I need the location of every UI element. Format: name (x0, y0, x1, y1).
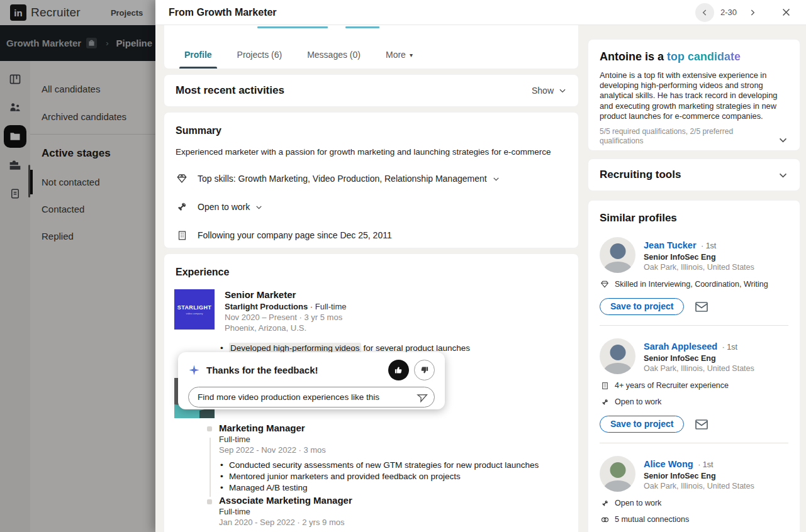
show-activities-toggle[interactable]: Show (532, 86, 567, 96)
timeline-dot (207, 499, 212, 504)
company-follow-row: Following your company page since Dec 25… (176, 229, 567, 241)
feedback-message: Thanks for the feedback! (206, 365, 318, 375)
profile-headline: Senior InfoSec Eng (644, 354, 754, 363)
avatar[interactable] (600, 237, 635, 273)
send-icon[interactable] (416, 391, 427, 402)
profile-location: Oak Park, Illinois, United States (644, 263, 754, 272)
top-candidate-title: Antoine is a top candidate (600, 50, 788, 64)
thumbs-down-button[interactable] (414, 360, 435, 380)
job-title: Associate Marketing Manager (219, 495, 376, 506)
similar-profile: Sarah Appleseed · 1st Senior InfoSec Eng… (600, 338, 788, 374)
profile-headline: Senior InfoSec Eng (644, 253, 754, 262)
job-dates: Jan 2020 - Sep 2022 · 2 yrs 9 mos (219, 518, 376, 527)
building-icon (600, 380, 610, 391)
summary-title: Summary (176, 125, 567, 136)
profile-attribute: Open to work (600, 397, 788, 407)
similar-profiles-card: Similar profiles Jean Tucker · 1st Senio… (588, 200, 800, 532)
similar-profiles-title: Similar profiles (600, 212, 788, 224)
experience-title: Experience (176, 267, 567, 278)
top-skills-row[interactable]: Top skills: Growth Marketing, Video Prod… (176, 172, 567, 185)
tab-profile[interactable]: Profile (183, 50, 213, 69)
open-to-work-row[interactable]: Open to work (176, 201, 567, 213)
job-dates: Nov 2020 – Present · 3 yr 5 mos (225, 313, 347, 322)
divider (600, 325, 788, 326)
open-to-work-icon (176, 201, 188, 213)
chevron-down-icon[interactable] (778, 170, 788, 180)
job-bullet: Mentored junior marketers and provided f… (219, 472, 539, 481)
message-envelope-icon[interactable] (694, 299, 709, 314)
summary-text: Experienced marketer with a passion for … (176, 147, 567, 157)
job-company: Starlight Productions (225, 302, 308, 311)
summary-card: Summary Experienced marketer with a pass… (164, 112, 579, 248)
save-to-project-button[interactable]: Save to project (600, 416, 684, 433)
connection-degree: · 1st (722, 343, 737, 352)
profile-attribute: Open to work (600, 498, 788, 508)
similar-profile: Alice Wong · 1st Senior InfoSec Eng Oak … (600, 456, 788, 492)
profile-tabs-card: Profile Projects (6) Messages (0) More ▾ (164, 25, 579, 69)
clipped-button-edge (345, 26, 379, 28)
open-to-work-icon (600, 397, 610, 407)
profile-name-link[interactable]: Jean Tucker (644, 240, 697, 250)
job-title: Marketing Manager (219, 423, 539, 433)
job-bullet: Conducted security assessments of new GT… (219, 460, 539, 470)
profile-headline: Senior InfoSec Eng (644, 472, 754, 480)
job-employment-type: Full-time (219, 435, 539, 444)
ai-search-input[interactable] (188, 387, 435, 407)
qualifications-text: 5/5 required qualifications, 2/5 preferr… (600, 127, 763, 145)
starlight-company-logo: STARLIGHT video company (174, 289, 215, 330)
thumbs-up-button[interactable] (388, 360, 409, 380)
job-employment-type: Full-time (308, 302, 346, 311)
recent-activities-title: Most recent activities (176, 84, 284, 97)
pagination-label: 2-30 (720, 8, 737, 17)
job-title: Senior Marketer (225, 289, 347, 300)
modal-dim-overlay (0, 0, 155, 532)
divider (600, 443, 788, 443)
chevron-down-icon[interactable] (778, 135, 788, 145)
avatar[interactable] (600, 456, 635, 492)
job-employment-type: Full-time (219, 507, 376, 516)
top-candidate-gradient-text: top candidate (667, 50, 741, 63)
diamond-icon (600, 279, 610, 289)
app: in Recruiter Projects Growth Marketer › … (0, 0, 806, 532)
panel-content: Profile Projects (6) Messages (0) More ▾… (155, 25, 806, 532)
top-candidate-card: Antoine is a top candidate Antoine is a … (588, 39, 800, 151)
profile-location: Oak Park, Illinois, United States (644, 364, 754, 373)
close-icon[interactable] (776, 3, 796, 23)
tab-more[interactable]: More ▾ (384, 50, 414, 69)
building-icon (176, 229, 188, 241)
diamond-icon (176, 172, 188, 185)
recruiting-tools-title: Recruiting tools (600, 169, 681, 181)
top-candidate-summary: Antoine is a top fit with extensive expe… (600, 70, 788, 121)
job-bullet: Managed A/B testing (219, 483, 539, 492)
profile-name-link[interactable]: Sarah Appleseed (644, 341, 717, 352)
prev-candidate-button[interactable] (695, 3, 714, 22)
profile-name-link[interactable]: Alice Wong (644, 459, 693, 469)
save-to-project-button[interactable]: Save to project (600, 298, 684, 315)
panel-title: From Growth Marketer (169, 7, 277, 18)
message-envelope-icon[interactable] (694, 417, 709, 432)
similar-profile: Jean Tucker · 1st Senior InfoSec Eng Oak… (600, 237, 788, 273)
profile-attribute: 4+ years of Recruiter experience (600, 380, 788, 391)
candidate-panel: From Growth Marketer 2-30 Pr (155, 0, 806, 532)
recruiting-tools-card: Recruiting tools (588, 158, 800, 191)
recent-activities-card: Most recent activities Show (164, 74, 579, 107)
connection-degree: · 1st (701, 241, 716, 250)
experience-entry: Marketing Manager Full-time Sep 2022 - N… (219, 423, 539, 492)
experience-entry: Associate Marketing Manager Full-time Ja… (219, 495, 376, 532)
connection-degree: · 1st (698, 460, 713, 469)
mutual-connections-icon (600, 514, 610, 524)
job-bullet: Developed high-performing videos for sev… (219, 343, 470, 353)
job-location: Phoenix, Arizona, U.S. (225, 323, 347, 333)
experience-timeline (210, 438, 211, 497)
panel-header: From Growth Marketer 2-30 (155, 0, 806, 25)
profile-attribute: Skilled in Interviewing, Coordination, W… (600, 279, 788, 289)
tab-projects[interactable]: Projects (6) (236, 50, 284, 69)
chevron-down-icon: ▾ (410, 52, 413, 58)
profile-attribute: 5 mutual connections (600, 514, 788, 524)
avatar[interactable] (600, 338, 635, 374)
tab-messages[interactable]: Messages (0) (306, 50, 362, 69)
next-candidate-button[interactable] (743, 3, 762, 22)
timeline-dot (207, 426, 212, 431)
clipped-button-edge (257, 26, 328, 28)
job-dates: Sep 2022 - Nov 2022 · 3 mos (219, 445, 539, 455)
